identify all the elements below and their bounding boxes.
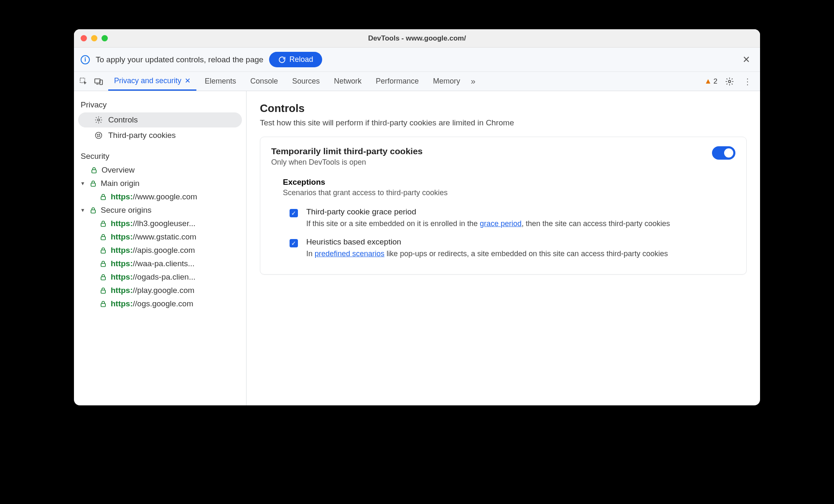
- tab-sources[interactable]: Sources: [286, 72, 325, 91]
- tab-label: Network: [334, 77, 361, 86]
- device-toolbar-icon[interactable]: [94, 77, 103, 86]
- origin-host: //play.google.com: [133, 286, 195, 295]
- disclosure-triangle-icon[interactable]: ▼: [80, 181, 86, 186]
- lock-icon: [99, 193, 107, 201]
- tab-label: Console: [250, 77, 278, 86]
- inspect-icon[interactable]: [79, 77, 88, 86]
- tab-memory[interactable]: Memory: [427, 72, 466, 91]
- svg-rect-20: [101, 303, 106, 307]
- card-subtitle: Only when DevTools is open: [271, 158, 423, 167]
- lock-icon: [99, 260, 107, 268]
- menu-button[interactable]: ⋮: [742, 76, 753, 87]
- window-controls: [81, 35, 108, 41]
- svg-point-5: [96, 132, 102, 139]
- minimize-window-button[interactable]: [91, 35, 97, 41]
- origin-protocol: https:: [111, 272, 133, 281]
- tree-label: Overview: [102, 165, 135, 175]
- tab-elements[interactable]: Elements: [199, 72, 242, 91]
- tab-label: Privacy and security: [114, 76, 181, 85]
- infobar-message: To apply your updated controls, reload t…: [96, 55, 263, 64]
- lock-icon: [89, 179, 97, 188]
- tab-network[interactable]: Network: [328, 72, 367, 91]
- infobar-close-button[interactable]: ✕: [739, 53, 753, 67]
- tree-item-origin[interactable]: https://www.gstatic.com: [74, 230, 246, 244]
- grace-period-link[interactable]: grace period: [480, 219, 521, 228]
- reload-button[interactable]: Reload: [269, 52, 322, 67]
- lock-icon: [90, 166, 98, 174]
- svg-rect-16: [101, 250, 106, 253]
- svg-point-8: [98, 136, 99, 137]
- tab-label: Elements: [205, 77, 236, 86]
- origin-protocol: https:: [111, 232, 133, 241]
- close-window-button[interactable]: [81, 35, 87, 41]
- tree-item-origin[interactable]: https://www.google.com: [74, 190, 246, 204]
- tree-item-secure-origins[interactable]: ▼ Secure origins: [74, 204, 246, 217]
- settings-button[interactable]: [725, 77, 734, 86]
- tree-item-origin[interactable]: https://lh3.googleuser...: [74, 217, 246, 230]
- lock-icon: [99, 219, 107, 228]
- tab-close-icon[interactable]: ✕: [185, 76, 191, 85]
- tab-performance[interactable]: Performance: [370, 72, 425, 91]
- titlebar: DevTools - www.google.com/: [74, 29, 760, 48]
- sidebar-item-third-party-cookies[interactable]: Third-party cookies: [78, 128, 242, 143]
- predefined-scenarios-link[interactable]: predefined scenarios: [315, 249, 384, 258]
- devtools-window: DevTools - www.google.com/ i To apply yo…: [74, 29, 760, 405]
- exception-description: In predefined scenarios like pop-ups or …: [306, 248, 668, 259]
- svg-rect-1: [95, 79, 100, 83]
- tree-item-origin[interactable]: https://ogads-pa.clien...: [74, 270, 246, 284]
- svg-rect-14: [101, 223, 106, 227]
- lock-icon: [99, 233, 107, 241]
- svg-rect-11: [91, 183, 96, 186]
- lock-icon: [99, 273, 107, 281]
- zoom-window-button[interactable]: [102, 35, 108, 41]
- svg-point-9: [99, 136, 100, 137]
- sidebar-item-label: Controls: [108, 115, 138, 125]
- exception-label: Heuristics based exception: [306, 237, 668, 247]
- tab-label: Performance: [376, 77, 419, 86]
- tab-privacy-security[interactable]: Privacy and security ✕: [108, 72, 196, 91]
- reload-label: Reload: [289, 55, 313, 64]
- sidebar-section-privacy: Privacy: [74, 97, 246, 112]
- sidebar-item-controls[interactable]: Controls: [78, 112, 242, 127]
- origin-protocol: https:: [111, 259, 133, 268]
- tree-item-main-origin[interactable]: ▼ Main origin: [74, 177, 246, 190]
- origin-host: //lh3.googleuser...: [133, 219, 196, 228]
- origin-protocol: https:: [111, 246, 133, 255]
- exceptions-header: Exceptions: [271, 178, 735, 187]
- lock-icon: [99, 246, 107, 255]
- cookie-icon: [94, 131, 103, 140]
- exceptions-subtitle: Scenarios that grant access to third-par…: [271, 188, 735, 197]
- tab-console[interactable]: Console: [244, 72, 284, 91]
- limit-cookies-toggle[interactable]: [712, 146, 735, 160]
- svg-rect-17: [101, 263, 106, 267]
- tree-item-origin[interactable]: https://ogs.google.com: [74, 297, 246, 311]
- origin-host: //apis.google.com: [133, 246, 195, 255]
- tabstrip: Privacy and security ✕ Elements Console …: [74, 72, 760, 91]
- tree-item-origin[interactable]: https://apis.google.com: [74, 244, 246, 257]
- svg-rect-19: [101, 290, 106, 293]
- lock-icon: [89, 206, 97, 214]
- sidebar: Privacy Controls: [74, 91, 247, 405]
- origin-protocol: https:: [111, 299, 133, 308]
- issues-badge[interactable]: ▲ 2: [704, 77, 717, 86]
- tree-item-origin[interactable]: https://waa-pa.clients...: [74, 257, 246, 270]
- tree-item-origin[interactable]: https://play.google.com: [74, 284, 246, 297]
- lock-icon: [99, 300, 107, 308]
- origin-host: //www.google.com: [133, 192, 197, 201]
- lock-icon: [99, 286, 107, 295]
- origin-protocol: https:: [111, 219, 133, 228]
- grace-period-checkbox[interactable]: ✓: [290, 209, 298, 217]
- exception-heuristics: ✓ Heuristics based exception In predefin…: [271, 233, 735, 263]
- reload-icon: [278, 56, 286, 64]
- tab-label: Sources: [292, 77, 320, 86]
- tree-item-overview[interactable]: Overview: [74, 163, 246, 177]
- more-tabs-icon[interactable]: »: [468, 77, 478, 86]
- disclosure-triangle-icon[interactable]: ▼: [80, 207, 86, 213]
- origin-host: //www.gstatic.com: [133, 232, 196, 241]
- svg-rect-10: [92, 170, 97, 173]
- heuristics-checkbox[interactable]: ✓: [290, 239, 298, 247]
- tab-label: Memory: [433, 77, 460, 86]
- svg-point-4: [98, 119, 100, 121]
- card-title: Temporarily limit third-party cookies: [271, 146, 423, 156]
- origin-protocol: https:: [111, 286, 133, 295]
